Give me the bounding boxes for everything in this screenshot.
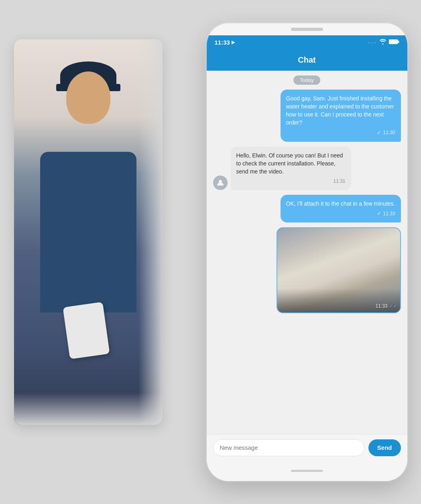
bubble-meta-1: ✓ 11:30: [286, 129, 395, 137]
date-section: Today: [213, 75, 401, 85]
wifi-icon: [379, 39, 386, 46]
phone-frame: 11:33 ▶ ····: [207, 23, 407, 481]
person-body: [40, 152, 136, 312]
message-text-3: OK, I'll attach it to the chat in a few …: [286, 200, 395, 207]
bubble-received-2: Hello, Elwin. Of course you can! But I n…: [231, 147, 351, 190]
message-row-2: Hello, Elwin. Of course you can! But I n…: [213, 147, 401, 190]
message-text-1: Good gay, Sam. Just finished installing …: [286, 95, 394, 126]
home-indicator: [291, 470, 323, 472]
send-button[interactable]: Send: [368, 439, 401, 456]
video-thumbnail[interactable]: 11:33 ✓✓: [277, 228, 401, 312]
scene: 11:33 ▶ ····: [14, 15, 407, 489]
check-icon-1: ✓: [377, 129, 381, 137]
phone-top-bar: [207, 23, 407, 35]
status-bar: 11:33 ▶ ····: [207, 35, 407, 50]
battery-icon: [389, 39, 399, 46]
worker-photo-card: [14, 39, 163, 425]
person-tablet: [63, 302, 110, 359]
message-row-4: 11:33 ✓✓: [213, 227, 401, 313]
phone-speaker: [291, 28, 323, 31]
message-row-3: OK, I'll attach it to the chat in a few …: [213, 195, 401, 222]
svg-rect-0: [389, 40, 398, 44]
bubble-sent-1: Good gay, Sam. Just finished installing …: [281, 90, 401, 142]
signal-dots-icon: ····: [368, 39, 376, 45]
status-icons: ····: [368, 39, 399, 46]
input-bar: Send: [207, 434, 407, 461]
svg-rect-1: [398, 41, 399, 43]
message-input[interactable]: [213, 439, 364, 456]
avatar-circle-2: [213, 175, 228, 190]
phone-bottom: [207, 461, 407, 481]
date-pill: Today: [293, 75, 320, 85]
bubble-sent-3: OK, I'll attach it to the chat in a few …: [281, 195, 401, 222]
check-icon-3: ✓: [377, 210, 381, 218]
person-head: [66, 71, 110, 124]
bubble-meta-3: ✓ 11:33: [286, 210, 395, 218]
time-1: 11:30: [383, 129, 395, 136]
status-time: 11:33 ▶: [215, 39, 235, 46]
video-time: 11:33: [375, 303, 387, 309]
bubble-meta-2: 11:31: [236, 178, 346, 185]
video-bubble[interactable]: 11:33 ✓✓: [277, 227, 401, 313]
message-text-2: Hello, Elwin. Of course you can! But I n…: [236, 152, 343, 175]
time-2: 11:31: [333, 178, 345, 185]
video-double-check: ✓✓: [389, 303, 398, 309]
message-row-1: Good gay, Sam. Just finished installing …: [213, 90, 401, 142]
chat-header: Chat: [207, 50, 407, 71]
video-meta: 11:33 ✓✓: [375, 303, 397, 309]
chat-body: Today Good gay, Sam. Just finished insta…: [207, 71, 407, 434]
time-display: 11:33: [215, 39, 230, 46]
chat-title: Chat: [298, 55, 315, 65]
location-icon: ▶: [232, 40, 235, 45]
time-3: 11:33: [383, 210, 395, 217]
